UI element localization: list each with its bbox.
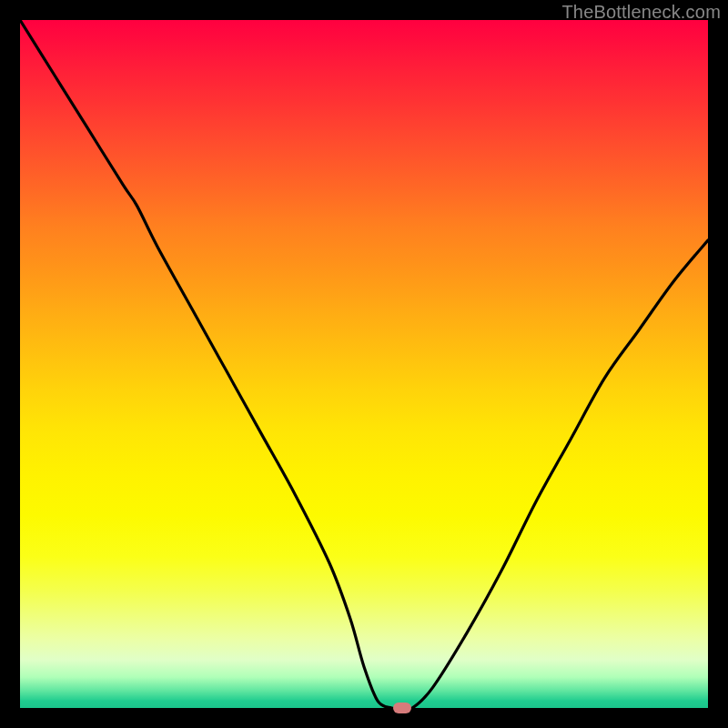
chart-container: TheBottleneck.com — [0, 0, 728, 728]
optimal-point-marker — [393, 703, 411, 713]
bottleneck-curve — [20, 20, 708, 708]
watermark-text: TheBottleneck.com — [561, 2, 721, 23]
plot-area — [20, 20, 708, 708]
